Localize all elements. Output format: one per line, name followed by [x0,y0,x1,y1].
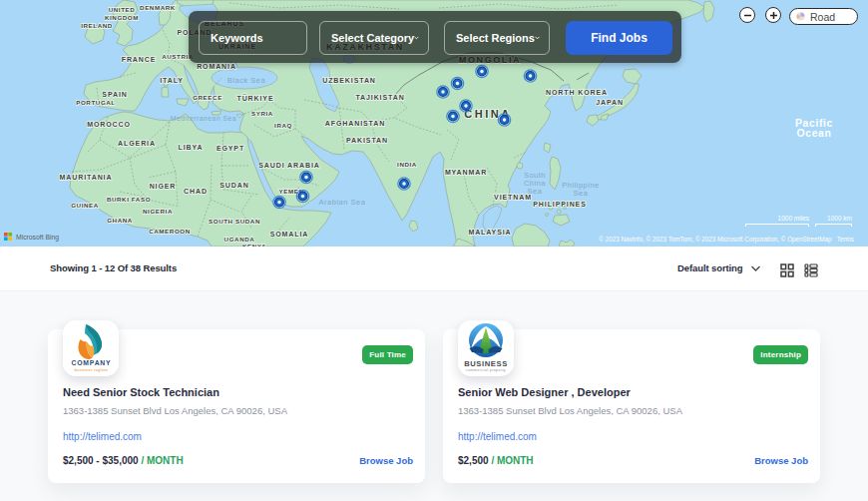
svg-text:DENMARK: DENMARK [140,4,176,11]
svg-text:business tagline: business tagline [75,368,109,372]
svg-text:AFGHANISTAN: AFGHANISTAN [325,120,385,127]
svg-text:SAUDI ARABIA: SAUDI ARABIA [258,162,320,169]
svg-text:BUSINESS: BUSINESS [464,359,508,368]
svg-text:EGYPT: EGYPT [217,145,244,152]
svg-text:ROMANIA: ROMANIA [197,63,236,70]
svg-text:BURKI FASO: BURKI FASO [107,196,151,203]
svg-text:JAPAN: JAPAN [596,99,624,106]
svg-text:SYRIA: SYRIA [251,110,273,117]
svg-text:MYANMAR: MYANMAR [445,169,487,176]
svg-text:MALAYSIA: MALAYSIA [468,229,511,236]
svg-text:NIGERIA: NIGERIA [143,208,173,215]
svg-text:TAJIKISTAN: TAJIKISTAN [355,94,404,101]
svg-text:FRANCE: FRANCE [122,56,157,63]
svg-text:GHANA: GHANA [107,217,133,224]
svg-text:PORTUGAL: PORTUGAL [76,99,116,106]
svg-text:SUDAN: SUDAN [219,182,248,189]
svg-text:PAKISTAN: PAKISTAN [346,137,388,144]
svg-text:VIETNAM: VIETNAM [494,194,532,201]
svg-text:CAMEROON: CAMEROON [149,228,191,235]
svg-text:Mediterranean Sea: Mediterranean Sea [171,115,236,122]
svg-text:KINGDOM: KINGDOM [105,14,139,21]
svg-text:UGANDA: UGANDA [224,236,255,243]
svg-text:IRAQ: IRAQ [274,122,292,129]
svg-text:commercial property: commercial property [466,368,506,372]
svg-text:Arabian Sea: Arabian Sea [319,198,366,207]
svg-text:Ocean: Ocean [796,127,831,139]
svg-text:NIGER: NIGER [150,183,177,190]
svg-text:GREECE: GREECE [193,94,222,101]
svg-text:CHAD: CHAD [184,188,208,195]
svg-text:INDIA: INDIA [397,161,417,168]
svg-text:COMPANY: COMPANY [72,359,112,366]
svg-text:PHILIPPINES: PHILIPPINES [533,201,586,208]
svg-text:UNITED: UNITED [109,6,136,13]
svg-text:MAURITANIA: MAURITANIA [60,174,113,181]
svg-text:UZBEKISTAN: UZBEKISTAN [322,77,376,84]
svg-text:Sea: Sea [574,189,589,198]
svg-text:SOUTH SUDAN: SOUTH SUDAN [209,218,260,225]
svg-text:SPAIN: SPAIN [102,91,127,98]
svg-text:NORTH KOREA: NORTH KOREA [546,89,608,96]
svg-text:ALGERIA: ALGERIA [118,140,156,147]
svg-text:TÜRKIYE: TÜRKIYE [236,94,273,102]
svg-text:Black Sea: Black Sea [227,76,266,85]
svg-text:ITALY: ITALY [160,77,184,84]
svg-text:Sea: Sea [528,187,543,196]
svg-text:MOROCCO: MOROCCO [87,121,131,128]
svg-text:SOMALIA: SOMALIA [270,231,309,238]
svg-text:LIBYA: LIBYA [179,144,204,151]
svg-text:IRELAND: IRELAND [81,22,113,29]
svg-text:GUINEA: GUINEA [71,202,99,209]
